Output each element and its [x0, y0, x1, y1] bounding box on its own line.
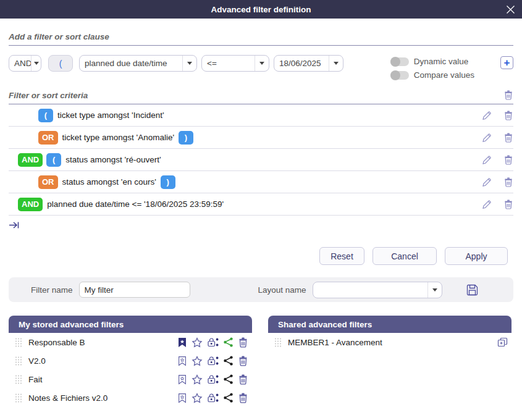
shared-filters-panel: Shared advanced filters MEMBER1 - Avance…	[268, 316, 511, 407]
edit-pencil-icon[interactable]	[482, 111, 492, 120]
edit-pencil-icon[interactable]	[482, 155, 492, 165]
delete-filter-trash-icon[interactable]	[238, 337, 248, 348]
add-clause-section-header: Add a filter or sort clause	[9, 32, 513, 46]
edit-pencil-icon[interactable]	[482, 133, 492, 143]
stored-filter-row: V2.0	[9, 351, 252, 370]
drag-handle-icon[interactable]	[15, 374, 22, 385]
stored-filters-panel: My stored advanced filters Responsable B…	[9, 316, 252, 407]
star-icon[interactable]	[192, 374, 203, 385]
date-value: 18/06/2025	[274, 59, 326, 68]
stored-filter-row: Responsable B	[9, 333, 252, 351]
bookmark-star-icon[interactable]	[178, 374, 187, 385]
dialog-actions: Reset Cancel Apply	[9, 247, 513, 265]
lock-share-icon[interactable]	[208, 374, 219, 384]
criteria-section-header: Filter or sort criteria	[9, 90, 513, 104]
delete-criteria-trash-icon[interactable]	[503, 199, 513, 209]
share-icon[interactable]	[224, 356, 233, 366]
bookmark-star-icon[interactable]	[178, 393, 187, 403]
close-paren-badge: )	[179, 131, 193, 145]
compare-values-toggle[interactable]	[390, 71, 409, 80]
lock-share-icon[interactable]	[208, 356, 219, 366]
add-clause-section-title: Add a filter or sort clause	[9, 32, 109, 41]
lock-share-icon[interactable]	[208, 337, 219, 347]
logic-badge: AND	[18, 153, 43, 167]
close-paren-badge: )	[161, 175, 175, 189]
dialog-titlebar: Advanced filter definition	[0, 0, 522, 19]
field-select[interactable]: planned due date/time	[79, 55, 197, 72]
criteria-section-title: Filter or sort criteria	[9, 91, 88, 100]
comparator-select-value: <=	[202, 59, 222, 68]
drag-handle-icon[interactable]	[15, 393, 22, 403]
field-select-value: planned due date/time	[80, 59, 172, 68]
layout-name-label: Layout name	[258, 285, 306, 295]
cancel-button[interactable]: Cancel	[373, 247, 437, 265]
dynamic-value-toggle-line: Dynamic value	[390, 57, 474, 66]
delete-criteria-trash-icon[interactable]	[503, 132, 513, 143]
value-toggles: Dynamic value Compare values	[390, 57, 474, 80]
criteria-text: ticket type amongst 'Incident'	[57, 111, 164, 120]
bookmark-star-icon[interactable]	[178, 356, 187, 366]
add-clause-button[interactable]: +	[500, 56, 513, 69]
criteria-row: OR ticket type amongst 'Anomalie' )	[9, 127, 513, 149]
chevron-down-icon	[427, 282, 442, 298]
indent-arrow-icon[interactable]	[9, 221, 20, 231]
compare-values-toggle-line: Compare values	[390, 70, 474, 80]
bookmark-star-icon[interactable]	[178, 337, 187, 348]
open-paren-badge: (	[38, 109, 53, 122]
star-icon[interactable]	[192, 356, 203, 366]
lock-share-icon[interactable]	[208, 393, 219, 403]
logic-operator-select[interactable]: AND	[9, 55, 41, 72]
shared-filter-name: MEMBER1 - Avancement	[288, 338, 382, 347]
criteria-row: AND ( status amongst 'ré-ouvert'	[9, 149, 513, 171]
copy-plus-icon[interactable]	[497, 337, 508, 348]
save-floppy-icon[interactable]	[466, 284, 479, 296]
comparator-select[interactable]: <=	[201, 55, 269, 72]
compare-values-label: Compare values	[414, 70, 474, 80]
chevron-down-icon	[31, 56, 41, 71]
save-filter-bar: Filter name Layout name	[9, 277, 513, 302]
edit-pencil-icon[interactable]	[482, 177, 492, 187]
drag-handle-icon[interactable]	[274, 337, 282, 348]
criteria-row: AND planned due date/time <= '18/06/2025…	[9, 193, 513, 216]
stored-filter-name: Fait	[28, 375, 43, 384]
delete-filter-trash-icon[interactable]	[238, 355, 248, 366]
stored-filter-name: V2.0	[28, 356, 46, 366]
delete-filter-trash-icon[interactable]	[238, 392, 248, 403]
logic-operator-value: AND	[9, 59, 31, 68]
edit-pencil-icon[interactable]	[482, 200, 492, 209]
delete-criteria-trash-icon[interactable]	[503, 177, 513, 187]
filter-name-input[interactable]	[79, 282, 190, 298]
star-icon[interactable]	[192, 337, 203, 348]
reset-button[interactable]: Reset	[319, 247, 364, 265]
open-paren-badge: (	[46, 153, 61, 167]
toggle-knob	[390, 70, 400, 80]
close-icon[interactable]	[505, 4, 516, 15]
share-icon[interactable]	[224, 393, 233, 403]
chevron-down-icon	[255, 56, 269, 71]
apply-button[interactable]: Apply	[445, 247, 508, 265]
drag-handle-icon[interactable]	[15, 337, 22, 348]
layout-name-select[interactable]	[313, 282, 442, 298]
chevron-down-icon	[329, 56, 343, 71]
drag-handle-icon[interactable]	[15, 356, 22, 366]
delete-criteria-trash-icon[interactable]	[503, 154, 513, 165]
date-value-select[interactable]: 18/06/2025	[274, 55, 343, 72]
share-icon[interactable]	[224, 337, 233, 347]
dynamic-value-toggle[interactable]	[390, 57, 409, 66]
stored-filter-row: Notes & Fichiers v2.0	[9, 388, 252, 407]
shared-filter-row: MEMBER1 - Avancement	[268, 333, 511, 351]
delete-all-criteria-trash-icon[interactable]	[503, 90, 513, 100]
delete-criteria-trash-icon[interactable]	[503, 110, 513, 120]
shared-filters-panel-header: Shared advanced filters	[268, 316, 511, 333]
criteria-text: planned due date/time <= '18/06/2025 23:…	[47, 200, 224, 209]
share-icon[interactable]	[224, 374, 233, 384]
dynamic-value-label: Dynamic value	[414, 57, 469, 66]
delete-filter-trash-icon[interactable]	[238, 374, 248, 385]
toggle-knob	[390, 57, 400, 67]
open-paren-button[interactable]: (	[48, 55, 73, 72]
stored-filter-name: Notes & Fichiers v2.0	[28, 393, 107, 403]
criteria-text: status amongst 'en cours'	[62, 177, 156, 187]
criteria-text: ticket type amongst 'Anomalie'	[62, 133, 175, 142]
star-icon[interactable]	[192, 393, 203, 403]
filter-name-label: Filter name	[31, 285, 73, 295]
